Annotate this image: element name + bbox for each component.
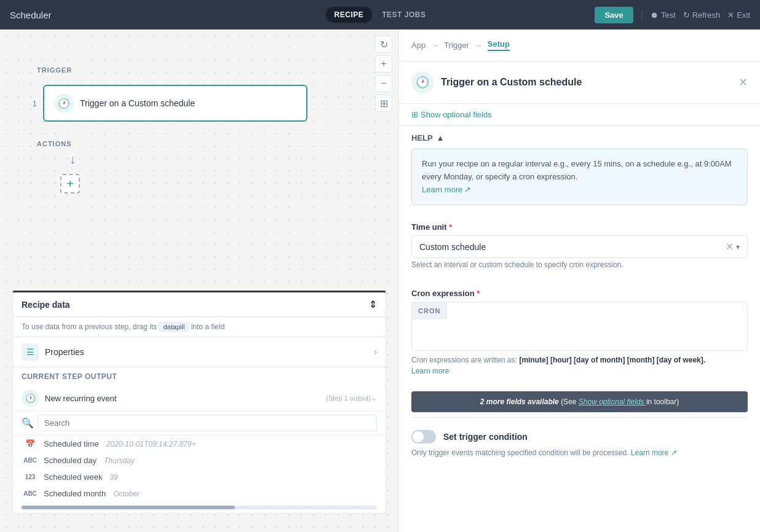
search-input[interactable] [38, 415, 377, 431]
step-output-meta: (Step 1 output) [326, 394, 371, 402]
select-value: Custom schedule [419, 242, 726, 252]
trigger-panel-header: 🕐 Trigger on a Custom schedule ✕ [399, 61, 760, 104]
trigger-condition-toggle[interactable] [411, 430, 436, 444]
trigger-condition-learn-more-link[interactable]: Learn more ↗ [631, 448, 677, 457]
datapill-badge: datapill [159, 322, 189, 332]
breadcrumb-trigger[interactable]: Trigger [444, 41, 469, 50]
list-item[interactable]: ABC Scheduled day Thursday [13, 452, 386, 469]
canvas-panel: ↻ + − ⊞ TRIGGER 1 🕐 Trigger on a Custom … [0, 29, 398, 532]
close-button[interactable]: ✕ [738, 76, 748, 89]
type-badge-123: 123 [22, 474, 39, 480]
show-optional-fields-link[interactable]: ⊞ Show optional fields [411, 110, 748, 119]
rotate-button[interactable]: ↻ [375, 36, 392, 53]
time-unit-label: Time unit * [411, 222, 748, 232]
top-nav: Scheduler RECIPE TEST JOBS Save | ⏺ Test… [0, 0, 760, 29]
chevron-right-icon: › [374, 346, 377, 358]
trigger-section-label: TRIGGER [37, 66, 72, 74]
right-panel: App → Trigger → Setup 🕐 Trigger on a Cus… [398, 29, 760, 532]
close-icon: ✕ [727, 10, 734, 20]
more-fields-banner: 2 more fields available (See Show option… [411, 391, 748, 412]
breadcrumb-setup[interactable]: Setup [488, 39, 510, 51]
required-star: * [449, 222, 452, 232]
cron-description: Cron expressions are written as: [minute… [411, 354, 748, 377]
help-collapse-icon: ▲ [437, 133, 445, 143]
time-unit-select[interactable]: Custom schedule ✕ ▾ [411, 235, 748, 258]
step-output-row[interactable]: 🕐 New recurring event (Step 1 output) ⌄ [13, 386, 386, 411]
cron-learn-more-link[interactable]: Learn more [411, 367, 449, 375]
external-link-icon-2: ↗ [671, 448, 677, 457]
properties-icon: ☰ [22, 343, 39, 361]
step-output-icon: 🕐 [22, 389, 39, 407]
fit-button[interactable]: ⊞ [375, 95, 392, 112]
recipe-data-panel: Recipe data ⇕ To use data from a previou… [12, 291, 386, 514]
tab-recipe[interactable]: RECIPE [326, 7, 373, 23]
data-item-name: Scheduled day [44, 456, 97, 465]
trigger-card[interactable]: 🕐 Trigger on a Custom schedule [43, 85, 307, 122]
scroll-area [13, 502, 386, 513]
divider [411, 417, 748, 418]
zoom-in-button[interactable]: + [375, 55, 392, 72]
select-arrow-icon: ▾ [736, 243, 740, 251]
actions-section-label: ACTIONS [37, 140, 72, 147]
select-clear-icon[interactable]: ✕ [726, 241, 734, 252]
type-badge-abc2: ABC [22, 490, 39, 497]
step-output-chevron-icon: ⌄ [371, 394, 377, 402]
scrollbar[interactable] [22, 506, 377, 509]
cron-textarea[interactable] [447, 302, 747, 350]
list-item[interactable]: ABC Scheduled month October [13, 485, 386, 502]
list-item[interactable]: 📅 Scheduled time 2020-10-01T09:14:27.879… [13, 436, 386, 452]
help-section: HELP ▲ Run your recipe on a regular inte… [399, 126, 760, 213]
time-unit-hint: Select an interval or custom schedule to… [411, 260, 748, 269]
cron-field-wrapper: CRON [411, 302, 748, 351]
breadcrumb-arrow-2: → [474, 41, 483, 50]
add-action-button[interactable]: + [60, 174, 80, 194]
zoom-out-button[interactable]: − [375, 75, 392, 92]
optional-fields-section: ⊞ Show optional fields [399, 104, 760, 126]
properties-row[interactable]: ☰ Properties › [13, 337, 386, 367]
recipe-data-desc: To use data from a previous step, drag i… [13, 317, 386, 337]
refresh-icon: ↻ [683, 10, 690, 20]
nav-tabs: RECIPE TEST JOBS [326, 7, 435, 23]
data-item-value: Thursday [104, 456, 135, 465]
optional-fields-arrow-icon: ⊞ [411, 110, 418, 119]
type-badge-calendar: 📅 [22, 439, 39, 448]
trigger-panel-title: Trigger on a Custom schedule [441, 77, 731, 88]
help-learn-more-link[interactable]: Learn more ↗ [422, 184, 471, 197]
trigger-condition-section: Set trigger condition Only trigger event… [399, 423, 760, 466]
time-unit-section: Time unit * Custom schedule ✕ ▾ Select a… [399, 213, 760, 279]
recipe-data-header: Recipe data ⇕ [13, 292, 386, 317]
canvas-controls: ↻ + − ⊞ [375, 36, 392, 112]
type-badge-abc: ABC [22, 457, 39, 464]
trigger-condition-label: Set trigger condition [443, 432, 528, 442]
data-item-name: Scheduled month [44, 489, 106, 498]
exit-button[interactable]: ✕ Exit [727, 10, 750, 20]
breadcrumb-app[interactable]: App [411, 41, 426, 50]
trigger-condition-desc: Only trigger events matching specified c… [411, 447, 748, 458]
test-icon: ⏺ [651, 10, 659, 20]
list-item[interactable]: 123 Scheduled week 39 [13, 469, 386, 485]
app-title: Scheduler [10, 10, 52, 20]
tab-testjobs[interactable]: TEST JOBS [373, 7, 434, 23]
test-button[interactable]: ⏺ Test [651, 10, 676, 20]
cron-expression-label: Cron expression * [411, 289, 748, 298]
refresh-button[interactable]: ↻ Refresh [683, 10, 721, 20]
help-header[interactable]: HELP ▲ [411, 133, 748, 143]
external-link-icon: ↗ [464, 184, 471, 197]
actions-arrow: ↓ [69, 152, 76, 166]
collapse-icon[interactable]: ⇕ [369, 299, 377, 310]
save-button[interactable]: Save [595, 7, 633, 23]
cron-badge: CRON [412, 302, 447, 319]
search-row: 🔍 [13, 411, 386, 436]
breadcrumb: App → Trigger → Setup [399, 29, 760, 61]
required-star-cron: * [477, 289, 480, 298]
data-item-value: October [113, 490, 140, 498]
right-content: 🕐 Trigger on a Custom schedule ✕ ⊞ Show … [399, 61, 760, 532]
data-item-name: Scheduled time [44, 439, 99, 448]
nav-actions: Save | ⏺ Test ↻ Refresh ✕ Exit [595, 7, 750, 23]
trigger-card-icon: 🕐 [54, 93, 74, 113]
breadcrumb-arrow-1: → [430, 41, 439, 50]
step-number: 1 [25, 99, 37, 108]
cron-expression-section: Cron expression * CRON Cron expressions … [399, 279, 760, 386]
more-fields-link[interactable]: Show optional fields [579, 397, 646, 406]
toggle-knob [413, 431, 424, 442]
